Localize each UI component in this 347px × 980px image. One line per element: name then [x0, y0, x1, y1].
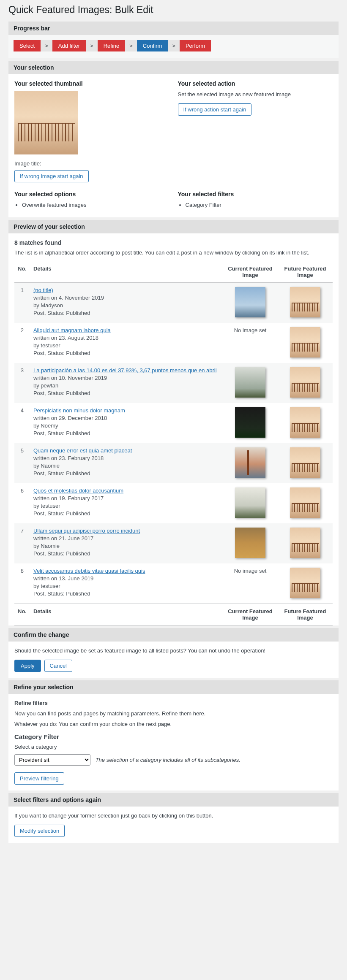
post-meta: by Madyson — [33, 302, 219, 309]
options-heading: Your selected options — [14, 191, 169, 198]
col-no: No. — [14, 604, 30, 625]
post-meta: written on 10. November 2019 — [33, 375, 219, 381]
progress-step-add-filter[interactable]: Add filter — [52, 40, 86, 51]
modify-selection-button[interactable]: Modify selection — [14, 825, 65, 837]
table-row: 8Velit accusamus debitis vitae quasi fac… — [14, 563, 333, 604]
future-thumbnail — [290, 447, 320, 478]
action-description: Set the selected image as new featured i… — [178, 91, 333, 97]
progress-step-perform[interactable]: Perform — [180, 40, 211, 51]
post-link[interactable]: Ullam sequi qui adipisci porro porro inc… — [33, 528, 140, 534]
row-details: La participación a las 14.00 es del 37,9… — [30, 363, 223, 403]
post-link[interactable]: Aliquid aut magnam labore quia — [33, 327, 111, 333]
table-row: 1(no title)written on 4. November 2019by… — [14, 283, 333, 323]
post-meta: Post, Status: Published — [33, 430, 219, 436]
row-details: Quam neque error est quia amet placeatwr… — [30, 443, 223, 483]
category-select[interactable]: Provident sit — [14, 754, 90, 766]
future-image-cell — [278, 323, 333, 363]
post-meta: Post, Status: Published — [33, 470, 219, 476]
row-number: 5 — [14, 443, 30, 483]
confirm-text: Should the selected image be set as feat… — [14, 647, 333, 654]
no-image-text: No image set — [234, 327, 267, 333]
post-meta: Post, Status: Published — [33, 550, 219, 557]
future-thumbnail — [290, 487, 320, 518]
post-meta: written on 13. June 2019 — [33, 575, 219, 582]
row-details: Aliquid aut magnam labore quiawritten on… — [30, 323, 223, 363]
current-image-cell: No image set — [223, 563, 278, 604]
preview-filtering-button[interactable]: Preview filtering — [14, 772, 64, 785]
post-meta: Post, Status: Published — [33, 590, 219, 597]
row-number: 3 — [14, 363, 30, 403]
post-link[interactable]: Perspiciatis non minus dolor magnam — [33, 407, 125, 414]
current-image-cell — [223, 483, 278, 523]
future-thumbnail — [290, 407, 320, 438]
row-details: (no title)written on 4. November 2019by … — [30, 283, 223, 323]
current-thumbnail — [235, 487, 265, 518]
row-number: 2 — [14, 323, 30, 363]
chevron-right-icon: > — [86, 40, 98, 51]
current-image-cell — [223, 523, 278, 563]
future-image-cell — [278, 403, 333, 443]
apply-button[interactable]: Apply — [14, 660, 41, 672]
post-meta: by pewtah — [33, 382, 219, 389]
table-row: 6Quos et molestias dolor accusantiumwrit… — [14, 483, 333, 523]
post-meta: written on 23. February 2018 — [33, 455, 219, 461]
refine-heading: Refine your selection — [8, 680, 339, 694]
post-meta: by testuser — [33, 583, 219, 589]
cancel-button[interactable]: Cancel — [44, 660, 72, 672]
thumb-heading: Your selected thumbnail — [14, 80, 169, 87]
current-image-cell — [223, 403, 278, 443]
progress-step-confirm[interactable]: Confirm — [137, 40, 168, 51]
table-row: 3La participación a las 14.00 es del 37,… — [14, 363, 333, 403]
action-heading: Your selected action — [178, 80, 333, 87]
post-link[interactable]: (no title) — [33, 287, 53, 293]
progress-step-select[interactable]: Select — [14, 40, 41, 51]
current-thumbnail — [235, 367, 265, 398]
current-image-cell — [223, 443, 278, 483]
post-meta: by Naomie — [33, 463, 219, 469]
posts-table: No. Details Current Featured Image Futur… — [14, 261, 333, 625]
filters-heading: Your selected filters — [178, 191, 333, 198]
current-thumbnail — [235, 528, 265, 558]
col-no: No. — [14, 261, 30, 283]
post-meta: by testuser — [33, 342, 219, 349]
col-future: Future Featured Image — [278, 604, 333, 625]
post-link[interactable]: Velit accusamus debitis vitae quasi faci… — [33, 568, 145, 574]
current-thumbnail — [235, 407, 265, 438]
again-text: If you want to change your former select… — [14, 812, 333, 819]
row-details: Quos et molestias dolor accusantiumwritt… — [30, 483, 223, 523]
current-thumbnail — [235, 447, 265, 478]
post-link[interactable]: Quam neque error est quia amet placeat — [33, 447, 132, 454]
post-link[interactable]: La participación a las 14.00 es del 37,9… — [33, 367, 217, 374]
table-row: 7Ullam sequi qui adipisci porro porro in… — [14, 523, 333, 563]
selection-heading: Your selection — [8, 61, 339, 74]
future-thumbnail — [290, 367, 320, 398]
image-title-label: Image title: — [14, 160, 169, 167]
refine-sub: Refine filters — [14, 700, 333, 706]
wrong-action-button[interactable]: If wrong action start again — [178, 103, 252, 116]
again-heading: Select filters and options again — [8, 793, 339, 807]
post-meta: written on 19. February 2017 — [33, 495, 219, 501]
wrong-image-button[interactable]: If wrong image start again — [14, 170, 89, 182]
chevron-right-icon: > — [41, 40, 52, 51]
post-link[interactable]: Quos et molestias dolor accusantium — [33, 487, 123, 494]
progress-step-refine[interactable]: Refine — [98, 40, 126, 51]
post-meta: written on 4. November 2019 — [33, 295, 219, 301]
table-row: 2Aliquid aut magnam labore quiawritten o… — [14, 323, 333, 363]
col-current: Current Featured Image — [223, 261, 278, 283]
future-thumbnail — [290, 287, 320, 317]
future-thumbnail — [290, 528, 320, 558]
future-thumbnail — [290, 327, 320, 357]
current-thumbnail — [235, 287, 265, 317]
future-image-cell — [278, 443, 333, 483]
future-image-cell — [278, 523, 333, 563]
options-list: Overwrite featured images — [14, 202, 169, 208]
future-image-cell — [278, 363, 333, 403]
post-meta: Post, Status: Published — [33, 510, 219, 517]
post-meta: written on 29. December 2018 — [33, 415, 219, 421]
category-label: Select a category — [14, 744, 333, 750]
post-meta: by Naomie — [33, 543, 219, 549]
future-thumbnail — [290, 568, 320, 598]
table-row: 4Perspiciatis non minus dolor magnamwrit… — [14, 403, 333, 443]
category-filter-heading: Category Filter — [14, 733, 333, 740]
col-future: Future Featured Image — [278, 261, 333, 283]
